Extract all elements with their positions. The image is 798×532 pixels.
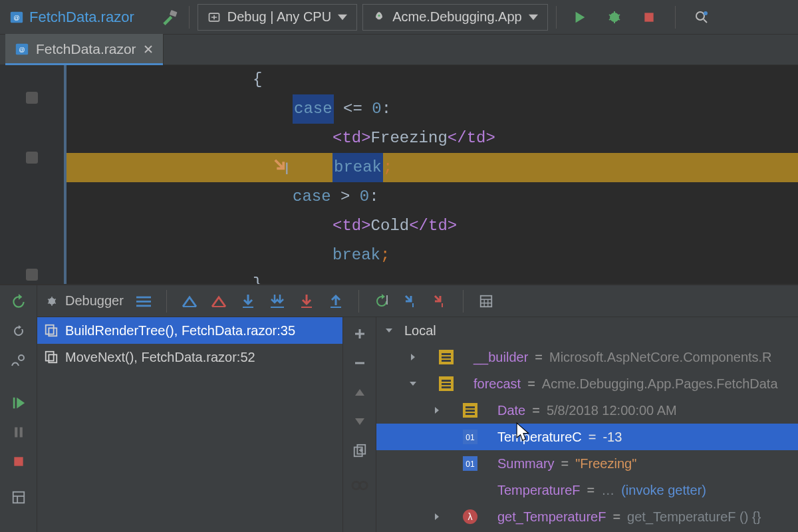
variable-row[interactable]: forecast = Acme.Debugging.App.Pages.Fetc…	[376, 370, 798, 397]
variable-value: 5/8/2018 12:00:00 AM	[547, 403, 677, 418]
show-watches-button[interactable]	[351, 477, 368, 494]
gutter-fold-icon[interactable]	[26, 92, 38, 104]
expand-toggle-icon[interactable]	[431, 404, 443, 416]
variable-row[interactable]: 01TemperatureC = -13	[376, 424, 798, 450]
variable-type-icon: λ	[463, 509, 477, 524]
svg-rect-31	[46, 325, 54, 334]
variable-row[interactable]: λget_TemperatureF = get_TemperatureF () …	[376, 503, 798, 530]
svg-rect-48	[466, 406, 475, 408]
debug-button[interactable]	[603, 6, 626, 29]
debugger-tab[interactable]: Debugger	[45, 293, 124, 309]
code-line[interactable]: <td>Cold</td>	[66, 211, 798, 241]
refresh-button[interactable]	[9, 321, 29, 341]
variable-row[interactable]: Date = 5/8/2018 12:00:00 AM	[376, 397, 798, 424]
invoke-getter-link[interactable]: (invoke getter)	[621, 483, 706, 498]
duplicate-watch-button[interactable]	[351, 442, 368, 460]
add-watch-button[interactable]	[351, 325, 368, 342]
variables-scope-header[interactable]: Local	[376, 317, 798, 344]
pause-button[interactable]	[9, 422, 29, 442]
stack-frame-row[interactable]: MoveNext(), FetchData.razor:52	[37, 344, 342, 370]
code-line[interactable]: case <= 0:	[66, 94, 798, 124]
code-area[interactable]: {case <= 0:<td>Freezing</td>break;case >…	[66, 65, 798, 284]
code-line[interactable]: }	[66, 270, 798, 285]
variable-equals: =	[587, 483, 595, 498]
move-down-button[interactable]	[351, 413, 368, 430]
layout-button[interactable]	[9, 487, 29, 507]
code-token: Freezing	[371, 124, 448, 153]
variable-name: get_TemperatureF	[497, 509, 606, 525]
code-line[interactable]: case > 0:	[66, 182, 798, 211]
chevron-down-icon	[383, 325, 395, 336]
evaluate-expression-button[interactable]	[431, 292, 450, 311]
show-execution-point-button[interactable]	[180, 292, 199, 311]
search-everywhere-icon[interactable]	[690, 6, 713, 29]
debug-sidebar	[0, 285, 37, 532]
remove-watch-button[interactable]	[351, 354, 368, 372]
code-line[interactable]: <td>Freezing</td>	[66, 124, 798, 153]
stack-frame-icon	[44, 323, 59, 338]
run-to-cursor-button[interactable]	[372, 292, 391, 311]
step-out-button[interactable]	[327, 292, 345, 311]
stop-debug-button[interactable]	[9, 452, 29, 471]
svg-rect-6	[644, 13, 653, 21]
svg-rect-11	[286, 163, 288, 175]
stack-frame-row[interactable]: BuildRenderTree(), FetchData.razor:35	[37, 317, 342, 344]
stop-button[interactable]	[638, 6, 660, 29]
variable-row[interactable]: 01Summary = "Freezing"	[376, 450, 798, 477]
variable-name: TemperatureF	[497, 483, 581, 498]
toolbar-separator	[166, 290, 167, 313]
settings-button[interactable]	[9, 350, 29, 370]
resume-button[interactable]	[9, 393, 29, 413]
svg-rect-49	[466, 410, 475, 412]
code-token: case	[293, 182, 331, 211]
variable-value: Acme.Debugging.App.Pages.FetchData	[542, 376, 778, 392]
drop-frame-button[interactable]	[402, 292, 420, 311]
force-step-into-button[interactable]	[268, 292, 287, 311]
build-config-label: Debug | Any CPU	[227, 9, 331, 25]
step-over-button[interactable]	[209, 292, 228, 311]
code-editor[interactable]: {case <= 0:<td>Freezing</td>break;case >…	[0, 65, 798, 285]
code-line[interactable]: break;	[66, 153, 798, 182]
calculator-button[interactable]	[477, 292, 495, 311]
build-hammer-icon[interactable]	[158, 6, 181, 29]
svg-rect-2	[170, 9, 178, 16]
smart-step-into-button[interactable]	[297, 292, 316, 311]
rerun-button[interactable]	[9, 292, 29, 312]
editor-gutter[interactable]	[0, 65, 66, 284]
code-token: break	[332, 241, 380, 270]
expand-placeholder	[431, 431, 443, 443]
step-into-button[interactable]	[239, 292, 257, 311]
expand-toggle-icon[interactable]	[407, 351, 419, 363]
variable-row[interactable]: TemperatureF = … (invoke getter)	[376, 477, 798, 503]
threads-button[interactable]	[134, 292, 153, 311]
code-token: case	[293, 94, 334, 124]
editor-tab-label: FetchData.razor	[36, 41, 136, 57]
code-line[interactable]: break;	[66, 241, 798, 270]
frames-panel[interactable]: BuildRenderTree(), FetchData.razor:35Mov…	[37, 317, 343, 532]
build-config-select[interactable]: Debug | Any CPU	[198, 4, 357, 31]
code-token: }	[253, 270, 262, 285]
toolbar-separator	[556, 6, 557, 29]
code-line[interactable]: {	[66, 65, 798, 94]
svg-rect-19	[136, 301, 151, 303]
gutter-fold-icon[interactable]	[26, 269, 38, 281]
svg-point-8	[704, 11, 708, 15]
close-tab-button[interactable]	[143, 44, 154, 55]
variable-equals: =	[535, 350, 543, 365]
gutter-fold-icon[interactable]	[26, 152, 38, 164]
svg-rect-32	[49, 328, 57, 336]
run-target-select[interactable]: Acme.Debugging.App	[362, 4, 548, 31]
move-up-button[interactable]	[351, 384, 368, 401]
expand-toggle-icon[interactable]	[431, 511, 443, 523]
variable-value: "Freezing"	[575, 456, 636, 471]
expand-toggle-icon[interactable]	[407, 378, 419, 390]
variable-equals: =	[532, 403, 540, 418]
editor-tab[interactable]: @ FetchData.razor	[5, 34, 164, 65]
variable-row[interactable]: __builder = Microsoft.AspNetCore.Compone…	[376, 344, 798, 370]
svg-rect-45	[442, 383, 451, 385]
variables-panel[interactable]: Local __builder = Microsoft.AspNetCore.C…	[376, 317, 798, 532]
run-target-label: Acme.Debugging.App	[392, 9, 522, 25]
execution-point-icon	[273, 158, 293, 178]
svg-point-5	[610, 13, 619, 22]
run-button[interactable]	[569, 6, 591, 29]
